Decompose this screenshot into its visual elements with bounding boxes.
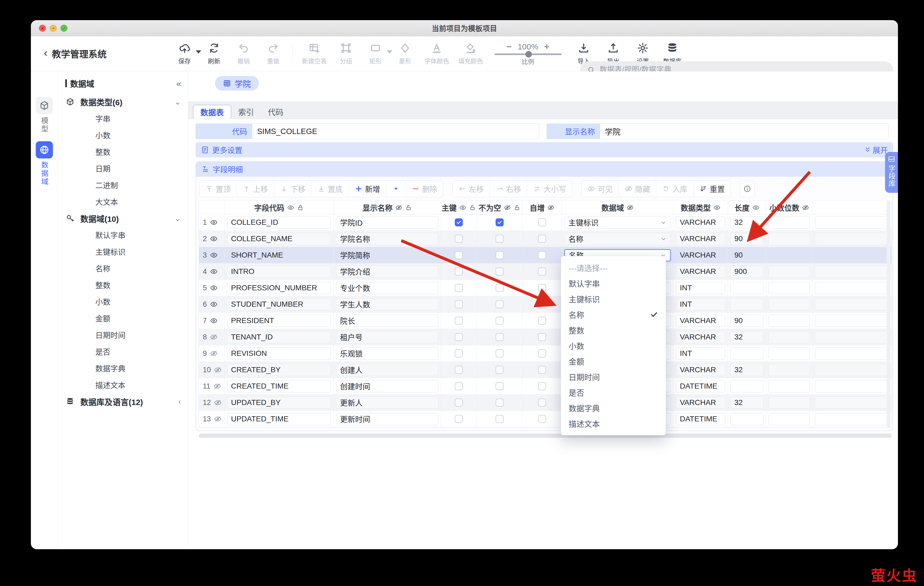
code-field-input[interactable] bbox=[252, 124, 540, 139]
cell-length[interactable] bbox=[728, 280, 766, 296]
checkbox[interactable] bbox=[538, 317, 546, 325]
cell-not-null[interactable] bbox=[477, 214, 523, 231]
cell-data-type[interactable]: VARCHAR bbox=[673, 313, 728, 329]
checkbox[interactable] bbox=[496, 399, 503, 407]
cell-length[interactable] bbox=[728, 296, 766, 313]
field-row-CREATED_TIME[interactable]: 11CREATED_TIME创建时间DATETIME bbox=[199, 378, 891, 395]
cell-primary-key[interactable] bbox=[441, 329, 477, 345]
cell-not-null[interactable] bbox=[477, 362, 523, 378]
cell-display-name[interactable]: 学院名称 bbox=[333, 231, 441, 247]
minimize-window-icon[interactable] bbox=[50, 25, 57, 32]
checkbox[interactable] bbox=[496, 317, 503, 325]
sidebar-item[interactable]: 主键标识 bbox=[58, 243, 188, 260]
checkbox[interactable] bbox=[496, 235, 503, 243]
cell-data-type[interactable]: VARCHAR bbox=[673, 231, 728, 247]
cell-primary-key[interactable] bbox=[441, 345, 477, 362]
checkbox[interactable] bbox=[538, 267, 546, 276]
horizontal-scrollbar[interactable] bbox=[199, 434, 892, 438]
cell-extra[interactable] bbox=[813, 231, 891, 247]
cell-auto-increment[interactable] bbox=[523, 296, 562, 313]
checkbox[interactable] bbox=[538, 218, 546, 226]
checkbox[interactable] bbox=[455, 284, 463, 292]
checkbox[interactable] bbox=[496, 267, 503, 276]
lock-open-icon[interactable] bbox=[469, 204, 476, 211]
expand-link[interactable]: 展开 bbox=[864, 145, 888, 155]
sidebar-item[interactable]: 金额 bbox=[58, 310, 188, 327]
toolbar-group-button[interactable]: 分组 bbox=[336, 42, 356, 65]
cell-not-null[interactable] bbox=[477, 395, 523, 411]
sidebar-section-1[interactable]: 数据域(10)⌄ bbox=[58, 210, 188, 227]
eye-icon[interactable] bbox=[287, 204, 294, 211]
cell-not-null[interactable] bbox=[477, 378, 523, 395]
checkbox[interactable] bbox=[455, 251, 463, 259]
checkbox[interactable] bbox=[455, 349, 463, 357]
cell-display-name[interactable]: 更新人 bbox=[333, 395, 441, 411]
cell-code[interactable]: SHORT_NAME bbox=[224, 247, 333, 264]
activity-item-model[interactable]: 模型 bbox=[31, 97, 58, 134]
cell-extra[interactable] bbox=[813, 411, 891, 427]
cell-code[interactable]: COLLEGE_ID bbox=[224, 214, 333, 231]
cell-code[interactable]: REVISION bbox=[224, 345, 333, 362]
toolbar-new-table-button[interactable]: 新建空表 bbox=[302, 42, 327, 65]
sidebar-item[interactable]: 描述文本 bbox=[58, 376, 188, 393]
cell-length[interactable]: 32 bbox=[728, 214, 766, 231]
cell-not-null[interactable] bbox=[477, 411, 523, 427]
cell-display-name[interactable]: 院长 bbox=[333, 313, 441, 329]
zoom-window-icon[interactable] bbox=[61, 25, 68, 32]
toolbar-save-cloud-button[interactable]: 保存 bbox=[174, 42, 195, 65]
dropdown-option-默认字串[interactable]: 默认字串 bbox=[561, 276, 666, 291]
eye-off-icon[interactable] bbox=[214, 399, 222, 406]
checkbox[interactable] bbox=[455, 317, 463, 325]
info-button[interactable] bbox=[740, 180, 754, 197]
cell-length[interactable] bbox=[728, 411, 766, 427]
cell-display-name[interactable]: 学院简称 bbox=[333, 247, 441, 264]
cell-length[interactable]: 32 bbox=[728, 362, 766, 378]
cell-decimals[interactable] bbox=[766, 313, 813, 329]
cell-auto-increment[interactable] bbox=[523, 345, 562, 362]
cell-auto-increment[interactable] bbox=[523, 231, 562, 247]
cell-primary-key[interactable] bbox=[441, 313, 477, 329]
cell-code[interactable]: COLLEGE_NAME bbox=[224, 231, 333, 247]
cell-not-null[interactable] bbox=[477, 329, 523, 345]
field-row-PROFESSION_NUMBER[interactable]: 5PROFESSION_NUMBER专业个数INT bbox=[199, 280, 891, 296]
cell-display-name[interactable]: 乐观锁 bbox=[333, 345, 441, 362]
sidebar-item[interactable]: 小数 bbox=[58, 127, 188, 144]
cell-extra[interactable] bbox=[813, 329, 891, 345]
cell-primary-key[interactable] bbox=[441, 280, 477, 296]
cell-display-name[interactable]: 专业个数 bbox=[333, 280, 441, 296]
chevron-down-icon[interactable]: ⌄ bbox=[175, 214, 181, 223]
checkbox[interactable] bbox=[496, 366, 503, 374]
cell-decimals[interactable] bbox=[766, 329, 813, 345]
checkbox[interactable] bbox=[538, 399, 546, 407]
cell-display-name[interactable]: 租户号 bbox=[333, 329, 441, 345]
lock-open-icon[interactable] bbox=[513, 204, 521, 211]
cell-decimals[interactable] bbox=[766, 214, 813, 231]
sidebar-item[interactable]: 字串 bbox=[58, 110, 188, 127]
新增-button[interactable]: 新增 bbox=[349, 181, 386, 197]
cell-primary-key[interactable] bbox=[441, 264, 477, 280]
checkbox[interactable] bbox=[455, 333, 463, 341]
checkbox[interactable] bbox=[538, 235, 546, 243]
dropdown-option-名称[interactable]: 名称 bbox=[561, 307, 666, 322]
toolbar-rectangle-button[interactable]: 矩形 bbox=[365, 42, 386, 65]
sidebar-section-0[interactable]: 数据类型(6)⌄ bbox=[58, 94, 188, 110]
cell-auto-increment[interactable] bbox=[523, 395, 562, 411]
cell-extra[interactable] bbox=[813, 247, 891, 264]
隐藏-button[interactable]: 隐藏 bbox=[619, 181, 656, 197]
cell-not-null[interactable] bbox=[477, 247, 523, 264]
toolbar-fill-color-button[interactable]: 填充颜色 bbox=[458, 42, 483, 65]
cell-length[interactable]: 900 bbox=[728, 264, 766, 280]
上移-button[interactable]: 上移 bbox=[237, 181, 274, 197]
sidebar-item[interactable]: 日期时间 bbox=[58, 327, 188, 343]
cell-decimals[interactable] bbox=[766, 280, 813, 296]
eye-icon[interactable] bbox=[459, 204, 466, 211]
cell-decimals[interactable] bbox=[766, 362, 813, 378]
checkbox[interactable] bbox=[496, 349, 503, 357]
cell-decimals[interactable] bbox=[766, 296, 813, 313]
cell-auto-increment[interactable] bbox=[523, 329, 562, 345]
checkbox[interactable] bbox=[538, 284, 546, 292]
重置-button[interactable]: 重置 bbox=[693, 181, 731, 197]
sidebar-item[interactable]: 整数 bbox=[58, 277, 188, 293]
field-row-SHORT_NAME[interactable]: 3SHORT_NAME学院简称名称VARCHAR90 bbox=[199, 247, 891, 264]
checkbox[interactable] bbox=[455, 415, 463, 423]
